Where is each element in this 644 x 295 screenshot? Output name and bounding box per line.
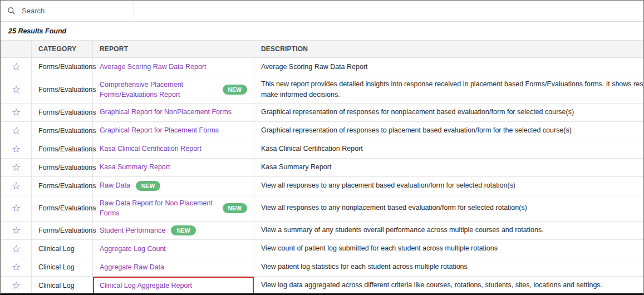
table-row: ☆ Forms/Evaluations Graphical Report for… [1, 103, 644, 121]
favorite-star-icon[interactable]: ☆ [12, 107, 21, 117]
favorite-star-icon[interactable]: ☆ [12, 262, 21, 272]
category-cell: Clinical Log [32, 276, 93, 294]
description-text: Graphical representation of responses to… [261, 125, 644, 136]
new-badge: NEW [223, 203, 248, 213]
favorite-star-icon[interactable]: ☆ [12, 225, 21, 235]
category-label: Clinical Log [38, 282, 75, 289]
favorite-cell: ☆ [1, 276, 32, 294]
report-cell: Average Scoring Raw Data Report [93, 58, 254, 76]
category-label: Clinical Log [38, 245, 75, 253]
favorite-cell: ☆ [1, 239, 32, 258]
table-row: ☆ Clinical Log Aggregate Raw Data View p… [1, 258, 644, 276]
favorite-cell: ☆ [1, 140, 32, 158]
report-link[interactable]: Clinical Log Aggregate Report [100, 281, 192, 291]
category-cell: Forms/Evaluations [32, 176, 93, 195]
favorite-star-icon[interactable]: ☆ [12, 144, 21, 154]
description-text: View a summary of any students overall p… [261, 225, 644, 235]
search-box[interactable] [1, 1, 134, 21]
report-cell: Graphical Report for Placement Forms [93, 121, 254, 140]
new-badge: NEW [223, 85, 248, 95]
favorite-star-icon[interactable]: ☆ [12, 181, 21, 191]
category-cell: Clinical Log [32, 258, 93, 276]
favorite-star-icon[interactable]: ☆ [12, 244, 21, 254]
table-header-row: CATEGORY REPORT DESCRIPTION [1, 41, 644, 58]
report-link[interactable]: Average Scoring Raw Data Report [100, 62, 207, 72]
description-cell: Average Scoring Raw Data Report [254, 58, 644, 76]
description-cell: View log data aggregated across differen… [254, 276, 644, 294]
table-row: ☆ Forms/Evaluations Kasa Summary Report … [1, 158, 644, 176]
report-cell: Aggregate Log Count [93, 239, 254, 258]
description-text: View all responses to any nonplacement b… [261, 203, 644, 213]
category-label: Clinical Log [38, 263, 75, 271]
table-row: ☆ Forms/Evaluations Student Performance … [1, 221, 644, 239]
report-cell: Raw Data Report for Non Placement Forms … [93, 195, 254, 221]
description-cell: Graphical representation of responses fo… [254, 103, 644, 121]
category-cell: Forms/Evaluations [32, 195, 93, 221]
header-favorite [1, 41, 32, 58]
report-cell: Clinical Log Aggregate Report [93, 276, 254, 294]
new-badge: NEW [171, 225, 196, 235]
category-cell: Forms/Evaluations [32, 140, 93, 158]
table-row: ☆ Forms/Evaluations Raw Data NEW View al… [1, 176, 644, 195]
search-icon [7, 7, 16, 15]
category-label: Forms/Evaluations [38, 227, 96, 234]
table-row: ☆ Forms/Evaluations Raw Data Report for … [1, 195, 644, 221]
favorite-cell: ☆ [1, 158, 32, 176]
category-label: Forms/Evaluations [38, 204, 96, 212]
report-link[interactable]: Kasa Summary Report [100, 162, 170, 172]
favorite-star-icon[interactable]: ☆ [12, 126, 21, 136]
report-link[interactable]: Raw Data [100, 180, 130, 190]
description-text: Graphical representation of responses fo… [261, 107, 644, 117]
favorite-cell: ☆ [1, 76, 32, 104]
table-row: ☆ Forms/Evaluations Comprehensive Placem… [1, 76, 644, 104]
report-cell: Raw Data NEW [93, 176, 254, 195]
favorite-star-icon[interactable]: ☆ [12, 62, 21, 72]
description-text: This new report provides detailed insigh… [261, 79, 644, 90]
description-text: Kasa Clinical Certification Report [261, 144, 644, 154]
favorite-star-icon[interactable]: ☆ [12, 85, 21, 95]
report-link[interactable]: Graphical Report for Placement Forms [100, 125, 219, 135]
favorite-cell: ☆ [1, 258, 32, 276]
description-cell: View count of patient log submitted for … [254, 239, 644, 258]
reports-table: CATEGORY REPORT DESCRIPTION ☆ Forms/Eval… [1, 40, 644, 295]
category-cell: Forms/Evaluations [32, 58, 93, 76]
description-cell: View all responses to any placement base… [254, 176, 644, 195]
description-cell: Graphical representation of responses to… [254, 121, 644, 140]
report-link[interactable]: Aggregate Raw Data [100, 262, 164, 272]
category-label: Forms/Evaluations [38, 63, 96, 71]
favorite-cell: ☆ [1, 221, 32, 239]
table-row: ☆ Forms/Evaluations Graphical Report for… [1, 121, 644, 140]
favorite-star-icon[interactable]: ☆ [12, 163, 21, 173]
category-cell: Forms/Evaluations [32, 121, 93, 140]
report-cell: Aggregate Raw Data [93, 258, 254, 276]
category-cell: Clinical Log [32, 239, 93, 258]
report-cell: Graphical Report for NonPlacement Forms [93, 103, 254, 121]
category-cell: Forms/Evaluations [32, 221, 93, 239]
report-cell: Student Performance NEW [93, 221, 254, 239]
favorite-star-icon[interactable]: ☆ [12, 281, 21, 291]
search-input[interactable] [21, 6, 127, 16]
description-text-line2: make informed decisions. [261, 90, 644, 100]
table-row: ☆ Forms/Evaluations Average Scoring Raw … [1, 58, 644, 76]
report-link[interactable]: Kasa Clinical Certification Report [100, 144, 201, 154]
report-link[interactable]: Raw Data Report for Non Placement Forms [100, 198, 217, 218]
favorite-cell: ☆ [1, 176, 32, 195]
report-link[interactable]: Aggregate Log Count [100, 244, 166, 254]
report-cell: Kasa Summary Report [93, 158, 254, 176]
report-link[interactable]: Graphical Report for NonPlacement Forms [100, 107, 232, 117]
report-link[interactable]: Student Performance [100, 225, 165, 235]
description-cell: Kasa Summary Report [254, 158, 644, 176]
favorite-cell: ☆ [1, 195, 32, 221]
category-cell: Forms/Evaluations [32, 76, 93, 104]
category-cell: Forms/Evaluations [32, 158, 93, 176]
favorite-star-icon[interactable]: ☆ [12, 203, 21, 213]
header-category: CATEGORY [32, 41, 93, 58]
report-link[interactable]: Comprehensive Placement Forms/Evaluation… [100, 80, 217, 100]
favorite-cell: ☆ [1, 121, 32, 140]
description-cell: View a summary of any students overall p… [254, 221, 644, 239]
description-text: View count of patient log submitted for … [261, 243, 644, 254]
top-search-bar [1, 1, 643, 22]
category-cell: Forms/Evaluations [32, 103, 93, 121]
report-cell: Kasa Clinical Certification Report [93, 140, 254, 158]
table-row: ☆ Clinical Log Aggregate Log Count View … [1, 239, 644, 258]
